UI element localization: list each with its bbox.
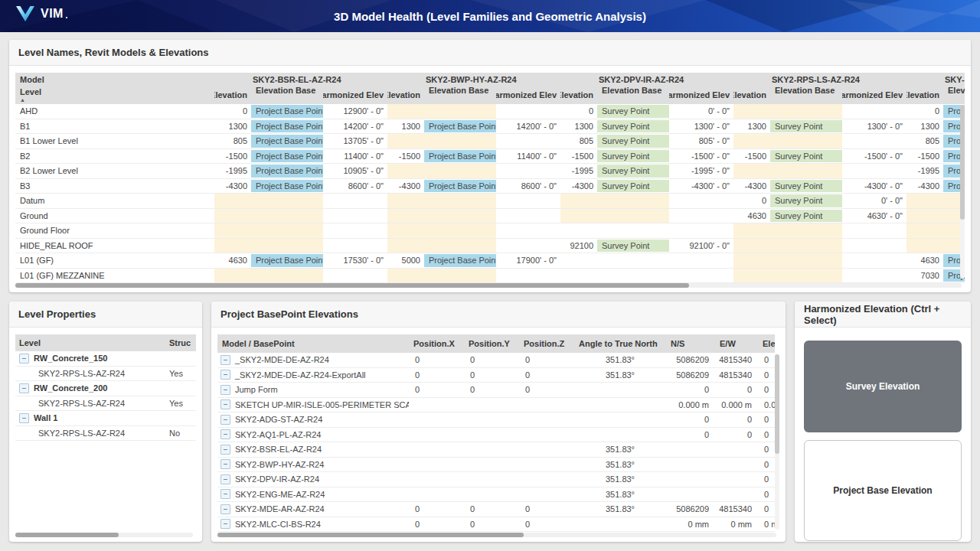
- position-y-cell: 0: [464, 517, 519, 532]
- expand-icon[interactable]: [220, 399, 230, 409]
- model-group-header[interactable]: SKY2-RPS-LS-AZ-R24: [733, 73, 906, 86]
- table-row[interactable]: B3-4300Project Base Point8600' - 0"-4300…: [15, 179, 965, 194]
- expand-icon[interactable]: [220, 355, 230, 365]
- harmonized-elev-column-header[interactable]: Harmonized Elev: [496, 86, 560, 104]
- table-row[interactable]: L01 (GF) MEZZANINE7030Project Base Point: [15, 269, 965, 284]
- table-row[interactable]: SKY2-DPV-IR-AZ-R24351.83°0: [217, 472, 775, 487]
- table-row[interactable]: B11300Project Base Point14200' - 0"1300P…: [15, 119, 965, 135]
- elevation-base-cell: Survey Point: [597, 104, 669, 119]
- base-point-badge: Project Base Point: [251, 105, 323, 118]
- scrollbar-thumb[interactable]: [15, 533, 119, 537]
- table-row[interactable]: AHD0Project Base Point12900' - 0"0Survey…: [15, 104, 965, 119]
- expand-icon[interactable]: [220, 474, 230, 484]
- table-row[interactable]: SKY2-RPS-LS-AZ-R24Yes: [15, 367, 196, 382]
- elevation-column-header[interactable]: Elevation: [733, 86, 770, 104]
- table-row[interactable]: SKY2-ADG-ST-AZ-R24000: [217, 412, 775, 428]
- table-row[interactable]: RW_Concrete_200: [15, 381, 196, 396]
- table-row[interactable]: _SKY2-MDE-DE-AZ-R24000351.83°50862094815…: [217, 353, 775, 368]
- expand-icon[interactable]: [220, 385, 230, 395]
- elevation-column-header[interactable]: Ele: [758, 334, 775, 353]
- expand-icon[interactable]: [220, 504, 230, 514]
- table-row[interactable]: Ground Floor: [15, 223, 965, 239]
- harmonized-elev-column-header[interactable]: Harmonized Elev: [842, 86, 906, 104]
- elevation-base-column-header[interactable]: Elevation Base: [597, 86, 669, 104]
- table-row[interactable]: Wall 1: [15, 411, 196, 426]
- horizontal-scrollbar[interactable]: [217, 533, 776, 537]
- table-row[interactable]: Jump Form000000: [217, 383, 775, 398]
- elevation-column-header[interactable]: Elevation: [387, 86, 424, 104]
- expand-icon[interactable]: [220, 519, 230, 529]
- vim-logo: VIM: [15, 5, 67, 22]
- harmonized-elev-column-header[interactable]: Harmonized Elev: [669, 86, 733, 104]
- table-row[interactable]: SKETCH UP-MIR-ISLE-005-PERIMETER SCAFFO.…: [217, 398, 775, 413]
- table-row[interactable]: SKY2-RPS-LS-AZ-R24No: [15, 426, 196, 442]
- elevation-base-column-header[interactable]: Elevation Base: [770, 86, 842, 104]
- elevation-column-header[interactable]: Elevation: [560, 86, 597, 104]
- model-group-header[interactable]: SKY-: [906, 73, 965, 86]
- level-column-header[interactable]: Level: [15, 334, 165, 351]
- elevation-base-column-header[interactable]: Elevation Base: [424, 86, 496, 104]
- elevation-base-column-header[interactable]: Elevation Base: [943, 86, 965, 104]
- survey-elevation-button[interactable]: Survey Elevation: [804, 341, 962, 432]
- expand-icon[interactable]: [220, 415, 230, 425]
- missing-level-cell: [906, 239, 965, 253]
- model-label: SKY2-ENG-ME-AZ-R24: [235, 490, 325, 499]
- table-row[interactable]: Ground4630Survey Point4630' - 0": [15, 209, 965, 224]
- elevation-column-header[interactable]: Elevation: [906, 86, 943, 104]
- angle-true-north-column-header[interactable]: Angle to True North: [574, 334, 666, 353]
- table-row[interactable]: B2 Lower Level-1995Project Base Point109…: [15, 164, 965, 179]
- table-row[interactable]: HIDE_REAL ROOF92100Survey Point92100' - …: [15, 239, 965, 254]
- ns-column-header[interactable]: N/S: [666, 334, 715, 353]
- model-group-header[interactable]: SKY2-BSR-EL-AZ-R24: [214, 73, 387, 86]
- model-group-header[interactable]: SKY2-BWP-HY-AZ-R24: [387, 73, 560, 86]
- base-point-badge: Project Base Point: [251, 150, 323, 163]
- model-basepoint-column-header[interactable]: Model / BasePoint: [217, 334, 409, 353]
- table-row[interactable]: SKY2-ENG-ME-AZ-R24351.83°0: [217, 487, 775, 503]
- table-row[interactable]: SKY2-MDE-AR-AZ-R24000351.83°508620948153…: [217, 502, 775, 517]
- ew-column-header[interactable]: E/W: [715, 334, 758, 353]
- table-row[interactable]: Datum0Survey Point0' - 0": [15, 194, 965, 209]
- collapse-icon[interactable]: [19, 383, 29, 393]
- elevation-cell: 805: [560, 134, 597, 148]
- collapse-icon[interactable]: [19, 413, 29, 423]
- model-cell: SKY2-MLC-CI-BS-R24: [217, 517, 409, 532]
- position-x-column-header[interactable]: Position.X: [409, 334, 464, 353]
- vertical-scrollbar[interactable]: [960, 105, 965, 279]
- table-row[interactable]: SKY2-MLC-CI-BS-R240000 mm0 mm0 n: [217, 517, 775, 533]
- expand-icon[interactable]: [220, 429, 230, 439]
- elevation-base-column-header[interactable]: Elevation Base: [251, 86, 323, 104]
- structural-column-header[interactable]: Struc: [165, 334, 196, 351]
- elevation-column-header[interactable]: Elevation: [214, 86, 251, 104]
- harmonized-elev-column-header[interactable]: Harmonized Elev: [323, 86, 387, 104]
- horizontal-scrollbar[interactable]: [15, 533, 193, 537]
- table-row[interactable]: L01 (GF)4630Project Base Point17530' - 0…: [15, 253, 965, 269]
- scrollbar-thumb[interactable]: [217, 533, 524, 537]
- table-row[interactable]: SKY2-RPS-LS-AZ-R24Yes: [15, 396, 196, 412]
- position-z-column-header[interactable]: Position.Z: [519, 334, 574, 353]
- expand-icon[interactable]: [220, 370, 230, 380]
- scrollbar-thumb[interactable]: [775, 354, 779, 454]
- position-y-column-header[interactable]: Position.Y: [464, 334, 519, 353]
- collapse-icon[interactable]: [19, 354, 29, 364]
- scrollbar-thumb[interactable]: [15, 283, 689, 288]
- expand-icon[interactable]: [220, 459, 230, 469]
- table-row[interactable]: B2-1500Project Base Point11400' - 0"-150…: [15, 149, 965, 165]
- level-column-header[interactable]: Level▲: [15, 86, 214, 104]
- horizontal-scrollbar[interactable]: [15, 283, 962, 288]
- table-row[interactable]: _SKY2-MDE-DE-AZ-R24-ExportAll000351.83°5…: [217, 368, 775, 383]
- project-base-elevation-button[interactable]: Project Base Elevation: [804, 440, 962, 541]
- table-row[interactable]: SKY2-BSR-EL-AZ-R24351.83°0: [217, 442, 775, 458]
- expand-icon[interactable]: [220, 489, 230, 499]
- position-x-cell: 0: [409, 368, 464, 383]
- table-row[interactable]: SKY2-AQ1-PL-AZ-R24000: [217, 428, 775, 443]
- table-row[interactable]: B1 Lower Level805Project Base Point13705…: [15, 134, 965, 149]
- harmonized-elev-cell: -4300' - 0": [842, 179, 906, 194]
- model-group-header[interactable]: SKY2-DPV-IR-AZ-R24: [560, 73, 733, 86]
- scrollbar-thumb[interactable]: [960, 105, 965, 220]
- harmonized-elev-cell: [842, 104, 906, 119]
- vertical-scrollbar[interactable]: [775, 354, 779, 530]
- expand-icon[interactable]: [220, 445, 230, 455]
- table-row[interactable]: SKY2-BWP-HY-AZ-R24351.83°0: [217, 458, 775, 473]
- table-row[interactable]: RW_Concrete_150: [15, 351, 196, 367]
- model-cell: SKY2-DPV-IR-AZ-R24: [217, 472, 409, 487]
